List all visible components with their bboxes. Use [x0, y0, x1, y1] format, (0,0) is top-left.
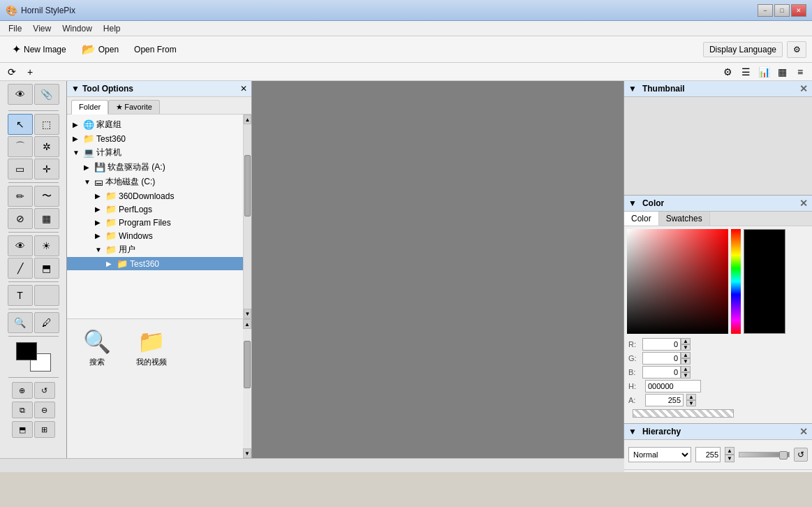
- tb2-histogram-icon[interactable]: ▦: [774, 65, 790, 79]
- bottom-action-button[interactable]: ↺: [34, 382, 55, 399]
- delete-bottom-button[interactable]: ⊖: [34, 402, 55, 418]
- add-layer-bottom-button[interactable]: ⊕: [12, 382, 33, 399]
- tree-item-perflogs[interactable]: ▶ 📁 PerfLogs: [67, 203, 243, 216]
- r-spin-up[interactable]: ▲: [681, 338, 691, 344]
- new-image-button[interactable]: ✦ New Image: [6, 40, 73, 59]
- b-input[interactable]: [642, 366, 681, 379]
- pencil-tool-button[interactable]: ✏: [8, 186, 33, 207]
- zoom-tool-button[interactable]: 🔍: [8, 312, 33, 333]
- alpha-slider[interactable]: [633, 409, 734, 418]
- display-language-button[interactable]: Display Language: [703, 42, 783, 57]
- crop-tool-button[interactable]: ✛: [34, 159, 59, 179]
- clip-tool-button[interactable]: 📎: [34, 84, 59, 105]
- minimize-button[interactable]: −: [758, 4, 773, 17]
- preview-scroll-down-button[interactable]: ▼: [243, 448, 251, 458]
- eyedropper-tool-button[interactable]: 🖊: [34, 312, 59, 333]
- thumbnail-toggle-icon[interactable]: ▼: [628, 84, 637, 94]
- colorpick-tool-button[interactable]: 👁: [8, 235, 33, 256]
- opacity-slider-thumb[interactable]: [779, 451, 788, 460]
- menubar-item-file[interactable]: File: [3, 22, 27, 35]
- eye-tool-button[interactable]: 👁: [8, 84, 33, 105]
- opacity-slider[interactable]: [739, 452, 790, 457]
- alpha-input[interactable]: [645, 394, 684, 406]
- tree-item-computer[interactable]: ▼ 💻 计算机: [67, 145, 243, 160]
- maximize-button[interactable]: □: [774, 4, 790, 17]
- tree-item-windows[interactable]: ▶ 📁 Windows: [67, 229, 243, 242]
- tree-item-local-disk[interactable]: ▼ 🖴 本地磁盘 (C:): [67, 175, 243, 189]
- color-toggle-icon[interactable]: ▼: [628, 198, 637, 208]
- preview-item-myvideo[interactable]: 📁 我的视频: [127, 325, 176, 453]
- tb2-list-icon[interactable]: ☰: [738, 65, 753, 79]
- hue-slider[interactable]: [731, 229, 741, 334]
- color-gradient[interactable]: [627, 229, 728, 334]
- g-spin-up[interactable]: ▲: [681, 352, 691, 358]
- menubar-item-help[interactable]: Help: [98, 22, 126, 35]
- select-tool-button[interactable]: ↖: [8, 114, 33, 135]
- color-swatches[interactable]: [16, 342, 51, 372]
- tree-item-test360-selected[interactable]: ▶ 📁 Test360: [67, 257, 243, 270]
- tree-item-homegroup[interactable]: ▶ 🌐 家庭组: [67, 117, 243, 132]
- rect-select-tool-button[interactable]: ⬚: [34, 114, 59, 135]
- opacity-spin-up[interactable]: ▲: [725, 447, 735, 455]
- menubar-item-view[interactable]: View: [27, 22, 57, 35]
- refresh-button[interactable]: ↺: [794, 448, 808, 462]
- open-from-button[interactable]: Open From: [128, 42, 183, 57]
- color-close-button[interactable]: ✕: [799, 198, 808, 209]
- tree-item-users[interactable]: ▼ 📁 用户: [67, 242, 243, 257]
- preview-item-search[interactable]: 🔍 搜索: [73, 325, 121, 453]
- text-tool-button[interactable]: T: [8, 285, 33, 306]
- opacity-spin-down[interactable]: ▼: [725, 455, 735, 462]
- b-spin-up[interactable]: ▲: [681, 366, 691, 372]
- tb2-menu-icon[interactable]: ≡: [792, 65, 808, 79]
- preview-scroll-thumb[interactable]: [244, 341, 251, 388]
- tree-item-floppy[interactable]: ▶ 💾 软盘驱动器 (A:): [67, 160, 243, 175]
- r-input[interactable]: [642, 338, 681, 351]
- r-spin-down[interactable]: ▼: [681, 344, 691, 351]
- grid-bottom-button[interactable]: ⊞: [34, 421, 55, 438]
- open-button[interactable]: 📂 Open: [75, 40, 125, 59]
- rect-tool-button[interactable]: ▭: [8, 159, 33, 179]
- blend-mode-select[interactable]: NormalMultiplyScreenOverlayDarkenLighten: [628, 447, 691, 462]
- copy-bottom-button[interactable]: ⧉: [12, 402, 33, 418]
- preview-scroll-up-button[interactable]: ▲: [243, 319, 251, 329]
- tool-options-close-button[interactable]: ✕: [240, 84, 247, 94]
- gradient-tool-button[interactable]: ▦: [34, 208, 59, 229]
- color-swatches-tab[interactable]: Swatches: [659, 212, 710, 226]
- brightness-tool-button[interactable]: ☀: [34, 235, 59, 256]
- menubar-item-window[interactable]: Window: [57, 22, 98, 35]
- fill-tool-button[interactable]: ⊘: [8, 208, 33, 229]
- favorite-tab[interactable]: ★Favorite: [108, 100, 160, 114]
- opacity-input[interactable]: [695, 447, 721, 462]
- hierarchy-toggle-icon[interactable]: ▼: [628, 427, 637, 436]
- g-input[interactable]: [642, 352, 681, 365]
- settings-button[interactable]: ⚙: [787, 41, 806, 58]
- tb2-icon-1[interactable]: ⟳: [4, 65, 20, 79]
- folder-tab[interactable]: Folder: [71, 100, 108, 115]
- line-tool-button[interactable]: ╱: [8, 258, 33, 279]
- tree-item-360downloads[interactable]: ▶ 📁 360Downloads: [67, 189, 243, 203]
- tb2-adjust-icon[interactable]: ⚙: [720, 65, 735, 79]
- foreground-color-swatch[interactable]: [16, 342, 37, 360]
- tree-item-program-files[interactable]: ▶ 📁 Program Files: [67, 216, 243, 229]
- tb2-chart-icon[interactable]: 📊: [756, 65, 772, 79]
- scroll-up-button[interactable]: ▲: [244, 115, 251, 124]
- b-spin-down[interactable]: ▼: [681, 372, 691, 379]
- close-button[interactable]: ✕: [791, 4, 806, 17]
- thumbnail-close-button[interactable]: ✕: [799, 83, 808, 94]
- curve-tool-button[interactable]: 〜: [34, 186, 59, 207]
- hierarchy-close-button[interactable]: ✕: [799, 426, 808, 437]
- select-bottom-button[interactable]: ⬒: [12, 421, 33, 438]
- g-spin-down[interactable]: ▼: [681, 358, 691, 365]
- color-color-tab[interactable]: Color: [624, 212, 659, 226]
- alpha-spin-down[interactable]: ▼: [686, 400, 696, 406]
- magic-wand-tool-button[interactable]: ✲: [34, 136, 59, 157]
- scroll-thumb[interactable]: [244, 155, 251, 216]
- tb2-icon-2[interactable]: +: [22, 65, 38, 79]
- scroll-down-button[interactable]: ▼: [244, 309, 251, 318]
- tree-scrollbar[interactable]: ▲ ▼: [243, 115, 251, 318]
- tree-item-test360-root[interactable]: ▶ 📁 Test360: [67, 132, 243, 145]
- shape-tool-button[interactable]: ⬒: [34, 258, 59, 279]
- alpha-spin-up[interactable]: ▲: [686, 394, 696, 400]
- hex-input[interactable]: [645, 380, 701, 392]
- preview-scrollbar[interactable]: ▲ ▼: [243, 319, 251, 458]
